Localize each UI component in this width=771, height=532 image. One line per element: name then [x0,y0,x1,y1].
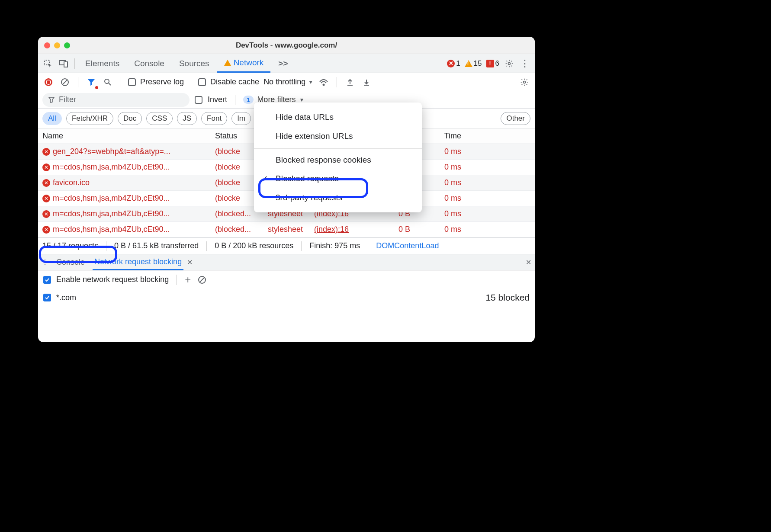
menu-hide-data-urls[interactable]: Hide data URLs [254,108,422,127]
warning-triangle-icon [224,60,231,66]
svg-rect-2 [64,62,67,67]
svg-line-7 [109,83,111,85]
error-x-icon: ✕ [42,148,50,156]
drawer-tab-console[interactable]: Console [55,254,87,270]
finish-time: Finish: 975 ms [309,241,360,250]
type-pill-css[interactable]: CSS [146,112,173,125]
preserve-log-checkbox[interactable] [128,78,136,86]
table-row[interactable]: ✕m=cdos,hsm,jsa,mb4ZUb,cEt90... (blocked… [38,222,535,237]
upload-har-icon[interactable] [344,76,356,88]
inspect-icon[interactable] [41,56,55,71]
pattern-text: *.com [56,293,76,302]
divider [177,275,177,285]
type-pill-font[interactable]: Font [201,112,227,125]
devtools-window: DevTools - www.google.com/ Elements Cons… [38,37,535,342]
tab-network-label: Network [234,58,264,67]
type-pill-img[interactable]: Im [231,112,251,125]
type-pill-all[interactable]: All [42,112,62,125]
close-tab-icon[interactable]: ✕ [187,258,193,266]
menu-3rd-party[interactable]: 3rd-party requests [254,188,422,207]
disable-cache-checkbox[interactable] [198,78,206,86]
row-name: m=cdos,hsm,jsa,mb4ZUb,cEt90... [53,209,170,218]
drawer-tab-blocking-label: Network request blocking [94,257,182,266]
error-x-icon: ✕ [42,210,50,218]
kebab-menu-icon[interactable]: ⋮ [42,258,48,266]
error-x-icon: ✕ [42,179,50,187]
issues-count[interactable]: !6 [486,59,499,68]
type-pill-js[interactable]: JS [177,112,197,125]
device-toggle-icon[interactable] [56,56,71,71]
throttling-value: No throttling [263,77,305,87]
throttling-dropdown[interactable]: No throttling ▼ [263,77,313,87]
drawer-tab-blocking[interactable]: Network request blocking [93,254,183,270]
row-time: 0 ms [416,147,467,156]
network-toolbar: Preserve log Disable cache No throttling… [38,73,535,91]
drawer-tabs: ⋮ Console Network request blocking ✕ ✕ [38,254,535,270]
svg-point-11 [524,81,526,83]
status-bar: 15 / 17 requests 0 B / 61.5 kB transferr… [38,237,535,254]
menu-hide-extension-urls[interactable]: Hide extension URLs [254,127,422,146]
row-name: m=cdos,hsm,jsa,mb4ZUb,cEt90... [53,194,170,203]
search-icon[interactable] [102,76,114,88]
row-size: 0 B [366,225,416,234]
tab-sources[interactable]: Sources [172,54,216,73]
col-name[interactable]: Name [38,131,215,141]
row-time: 0 ms [416,209,467,218]
add-pattern-icon[interactable]: + [185,274,191,286]
check-icon: ✓ [262,174,268,183]
divider [301,241,302,251]
row-initiator[interactable]: (index):16 [314,225,366,234]
close-drawer-icon[interactable]: ✕ [526,258,531,266]
download-har-icon[interactable] [360,76,373,88]
network-settings-gear-icon[interactable] [518,76,530,88]
svg-line-13 [200,278,204,282]
type-pill-other[interactable]: Other [501,112,530,125]
pattern-checkbox[interactable] [43,294,51,301]
row-type: stylesheet [268,225,314,234]
divider [337,77,337,87]
requests-count: 15 / 17 requests [42,241,98,250]
filter-input[interactable]: Filter [42,93,190,107]
row-name: favicon.ico [53,178,90,187]
main-toolbar: Elements Console Sources Network >> ✕1 1… [38,54,535,73]
kebab-menu-icon[interactable]: ⋮ [517,56,532,71]
menu-blocked-cookies[interactable]: Blocked response cookies [254,148,422,169]
close-window-button[interactable] [44,42,50,48]
clear-patterns-icon[interactable] [196,274,208,286]
tab-console[interactable]: Console [127,54,171,73]
error-x-icon: ✕ [42,226,50,234]
warning-count[interactable]: 15 [465,59,482,68]
error-count[interactable]: ✕1 [447,59,460,68]
clear-icon[interactable] [59,76,71,88]
divider [235,95,235,105]
svg-point-6 [105,79,109,83]
maximize-window-button[interactable] [64,42,70,48]
record-button[interactable] [42,76,55,88]
row-name: gen_204?s=webhp&t=aft&atyp=... [53,147,170,156]
settings-gear-icon[interactable] [502,56,517,71]
minimize-window-button[interactable] [54,42,60,48]
network-conditions-icon[interactable] [318,76,330,88]
row-name: m=cdos,hsm,jsa,mb4ZUb,cEt90... [53,163,170,172]
row-time: 0 ms [416,163,467,172]
row-status: (blocked... [215,225,268,234]
divider [106,241,106,251]
col-time[interactable]: Time [416,131,467,141]
more-filters-popup: Hide data URLs Hide extension URLs Block… [254,103,422,212]
tab-elements[interactable]: Elements [78,54,126,73]
chevron-down-icon: ▼ [299,97,304,103]
divider [368,241,368,251]
blocking-pattern-row[interactable]: *.com 15 blocked [38,288,535,307]
enable-blocking-checkbox[interactable] [43,276,51,284]
invert-checkbox[interactable] [195,96,202,104]
type-pill-fetch[interactable]: Fetch/XHR [66,112,113,125]
menu-blocked-requests[interactable]: ✓Blocked requests [254,169,422,188]
row-time: 0 ms [416,194,467,203]
svg-point-3 [508,62,511,64]
tabs-overflow[interactable]: >> [271,54,295,73]
type-pill-doc[interactable]: Doc [118,112,142,125]
domcontentloaded-time: DOMContentLoad [376,241,439,250]
tab-network[interactable]: Network [217,54,271,73]
resources-size: 0 B / 200 kB resources [215,241,293,250]
filter-funnel-icon[interactable] [85,76,97,88]
